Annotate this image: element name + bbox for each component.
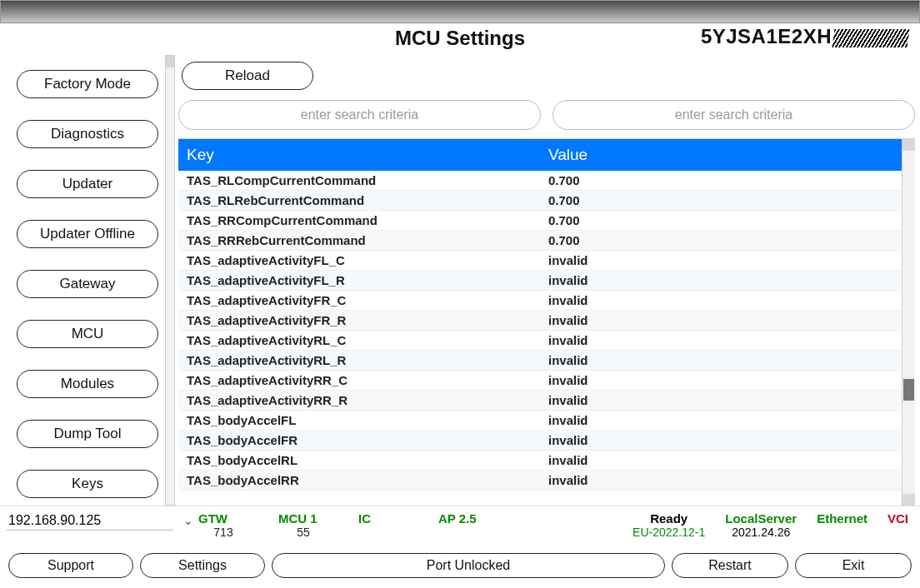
header: MCU Settings 5YJSA1E2XH xyxy=(0,23,920,55)
table-row[interactable]: TAS_adaptiveActivityRL_Rinvalid xyxy=(178,351,902,371)
cell-key: TAS_RLRebCurrentCommand xyxy=(178,191,540,211)
page-title: MCU Settings xyxy=(395,27,525,50)
sidebar-item-modules[interactable]: Modules xyxy=(17,370,158,398)
table-row[interactable]: TAS_bodyAccelRLinvalid xyxy=(178,451,902,471)
table-row[interactable]: TAS_RRCompCurrentCommand0.700 xyxy=(178,211,902,231)
cell-value: invalid xyxy=(540,331,902,351)
cell-value: invalid xyxy=(540,391,902,411)
cell-key: TAS_RRRebCurrentCommand xyxy=(178,231,540,251)
status-vci: VCI xyxy=(888,511,908,539)
vin-prefix: 5YJSA1E2XH xyxy=(701,25,832,47)
table-row[interactable]: TAS_bodyAccelRRinvalid xyxy=(178,471,902,491)
module-value: 55 xyxy=(278,526,328,539)
table-row[interactable]: TAS_adaptiveActivityFL_Rinvalid xyxy=(178,271,902,291)
table-row[interactable]: TAS_adaptiveActivityRL_Cinvalid xyxy=(178,331,902,351)
module-name: MCU 1 xyxy=(278,511,328,526)
support-button[interactable]: Support xyxy=(8,553,133,578)
restart-button[interactable]: Restart xyxy=(672,553,788,578)
scroll-thumb[interactable] xyxy=(903,379,914,401)
exit-button[interactable]: Exit xyxy=(795,553,912,578)
sidebar-item-gateway[interactable]: Gateway xyxy=(17,270,158,298)
cell-value: invalid xyxy=(540,271,902,291)
module-status-ap-2.5: AP 2.5 xyxy=(438,511,488,539)
cell-key: TAS_adaptiveActivityRL_C xyxy=(178,331,540,351)
table-row[interactable]: TAS_RLCompCurrentCommand0.700 xyxy=(178,171,902,191)
window-titlebar xyxy=(0,0,920,23)
settings-table: Key Value TAS_RLCompCurrentCommand0.700T… xyxy=(178,139,902,506)
table-row[interactable]: TAS_adaptiveActivityRR_Rinvalid xyxy=(178,391,902,411)
cell-value: invalid xyxy=(540,411,902,431)
port-button[interactable]: Port Unlocked xyxy=(272,553,665,578)
cell-value: invalid xyxy=(540,371,902,391)
reload-button[interactable]: Reload xyxy=(182,62,313,90)
table-scrollbar[interactable] xyxy=(902,139,915,506)
col-header-key[interactable]: Key xyxy=(178,139,540,171)
sidebar-item-mcu[interactable]: MCU xyxy=(17,320,158,348)
cell-value: invalid xyxy=(540,451,902,471)
cell-key: TAS_adaptiveActivityRR_R xyxy=(178,391,540,411)
cell-key: TAS_adaptiveActivityFR_C xyxy=(178,291,540,311)
status-ready: Ready EU-2022.12-1 xyxy=(632,511,705,539)
module-name: AP 2.5 xyxy=(438,511,488,526)
status-bar: ⌄ GTW713MCU 155ICAP 2.5 Ready EU-2022.12… xyxy=(0,506,920,548)
table-row[interactable]: TAS_adaptiveActivityFL_Cinvalid xyxy=(178,251,902,271)
cell-value: invalid xyxy=(540,431,902,451)
cell-key: TAS_bodyAccelRR xyxy=(178,471,540,491)
cell-key: TAS_RRCompCurrentCommand xyxy=(178,211,540,231)
cell-value: invalid xyxy=(540,251,902,271)
cell-value: 0.700 xyxy=(540,171,902,191)
cell-key: TAS_bodyAccelFL xyxy=(178,411,540,431)
sidebar-item-keys[interactable]: Keys xyxy=(17,470,158,498)
table-row[interactable]: TAS_adaptiveActivityRR_Cinvalid xyxy=(178,371,902,391)
sidebar-item-factory-mode[interactable]: Factory Mode xyxy=(17,70,158,98)
table-row[interactable]: TAS_bodyAccelFRinvalid xyxy=(178,431,902,451)
sidebar-item-diagnostics[interactable]: Diagnostics xyxy=(17,120,158,148)
cell-key: TAS_adaptiveActivityFR_R xyxy=(178,311,540,331)
cell-value: invalid xyxy=(540,291,902,311)
status-ethernet: Ethernet xyxy=(817,511,868,539)
table-row[interactable]: TAS_adaptiveActivityFR_Rinvalid xyxy=(178,311,902,331)
module-name: IC xyxy=(358,511,408,526)
value-search-input[interactable] xyxy=(552,100,915,130)
settings-button[interactable]: Settings xyxy=(140,553,265,578)
module-name: GTW xyxy=(198,511,248,526)
key-search-input[interactable] xyxy=(178,100,541,130)
footer: Support Settings Port Unlocked Restart E… xyxy=(0,548,920,585)
vin-redacted xyxy=(832,29,909,47)
module-status-ic: IC xyxy=(358,511,408,539)
col-header-value[interactable]: Value xyxy=(540,139,902,171)
cell-value: 0.700 xyxy=(540,231,902,251)
sidebar-item-updater-offline[interactable]: Updater Offline xyxy=(17,220,158,248)
chevron-down-icon: ⌄ xyxy=(183,514,193,527)
cell-key: TAS_adaptiveActivityFL_R xyxy=(178,271,540,291)
cell-key: TAS_RLCompCurrentCommand xyxy=(178,171,540,191)
table-row[interactable]: TAS_bodyAccelFLinvalid xyxy=(178,411,902,431)
cell-value: invalid xyxy=(540,351,902,371)
cell-value: invalid xyxy=(540,471,902,491)
cell-key: TAS_adaptiveActivityRL_R xyxy=(178,351,540,371)
main-panel: Reload Key Value TAS_RLCompCurrentComman… xyxy=(175,55,920,506)
ip-select[interactable]: ⌄ xyxy=(7,511,173,531)
cell-key: TAS_adaptiveActivityRR_C xyxy=(178,371,540,391)
vin: 5YJSA1E2XH xyxy=(701,25,908,48)
table-row[interactable]: TAS_RRRebCurrentCommand0.700 xyxy=(178,231,902,251)
table-row[interactable]: TAS_adaptiveActivityFR_Cinvalid xyxy=(178,291,902,311)
cell-value: 0.700 xyxy=(540,191,902,211)
sidebar-scrollbar[interactable] xyxy=(165,55,175,506)
module-status-gtw: GTW713 xyxy=(198,511,248,539)
ip-input[interactable] xyxy=(8,513,175,528)
cell-value: 0.700 xyxy=(540,211,902,231)
cell-value: invalid xyxy=(540,311,902,331)
status-server: LocalServer 2021.24.26 xyxy=(725,511,797,539)
cell-key: TAS_bodyAccelFR xyxy=(178,431,540,451)
module-status-mcu-1: MCU 155 xyxy=(278,511,328,539)
table-row[interactable]: TAS_RLRebCurrentCommand0.700 xyxy=(178,191,902,211)
sidebar: Factory ModeDiagnosticsUpdaterUpdater Of… xyxy=(0,55,175,506)
cell-key: TAS_adaptiveActivityFL_C xyxy=(178,251,540,271)
sidebar-item-updater[interactable]: Updater xyxy=(17,170,158,198)
sidebar-item-dump-tool[interactable]: Dump Tool xyxy=(17,420,158,448)
cell-key: TAS_bodyAccelRL xyxy=(178,451,540,471)
module-value: 713 xyxy=(198,526,248,539)
